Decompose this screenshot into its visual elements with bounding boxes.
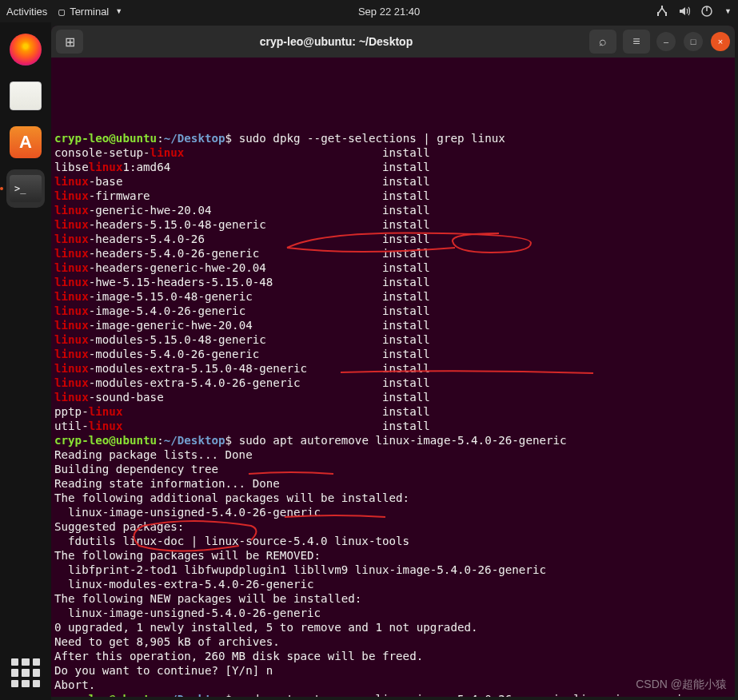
prompt-line: cryp-leo@ubuntu:~/Desktop$ sudo apt auto… [54,692,732,697]
menu-icon: ≡ [632,34,640,49]
app-menu-label: Terminal [70,6,109,18]
close-button[interactable]: × [711,32,730,51]
prompt-line: cryp-leo@ubuntu:~/Desktop$ sudo dpkg --g… [54,131,732,145]
maximize-button[interactable]: □ [684,32,703,51]
package-row: linux-headers-generic-hwe-20.04install [54,261,732,275]
package-row: linux-sound-baseinstall [54,390,732,404]
software-icon: A [10,126,42,158]
apt-output-line: Abort. [54,678,732,692]
apt-output-line: Do you want to continue? [Y/n] n [54,663,732,678]
terminal-window: ⊞ cryp-leo@ubuntu: ~/Desktop ⌕ ≡ – □ × c… [51,26,735,697]
package-row: util-linuxinstall [54,419,732,433]
prompt-line: cryp-leo@ubuntu:~/Desktop$ sudo apt auto… [54,433,732,447]
apt-output-line: fdutils linux-doc | linux-source-5.4.0 l… [54,534,732,548]
apt-output-line: Reading state information... Done [54,476,732,491]
apt-output-line: Need to get 8,905 kB of archives. [54,634,732,649]
package-row: console-setup-linuxinstall [54,145,732,160]
minimize-button[interactable]: – [656,32,676,51]
dock: A >_ [0,22,51,700]
apt-output-line: The following packages will be REMOVED: [54,548,732,563]
clock[interactable]: Sep 22 21:40 [122,6,656,18]
dock-firefox[interactable] [6,30,45,69]
apt-output-line: libfprint-2-tod1 libfwupdplugin1 libllvm… [54,563,732,577]
package-row: linux-modules-extra-5.15.0-48-genericins… [54,361,732,376]
package-row: linux-modules-5.15.0-48-genericinstall [54,332,732,347]
network-icon[interactable] [656,5,668,18]
hamburger-menu-button[interactable]: ≡ [623,30,650,54]
package-row: pptp-linuxinstall [54,404,732,419]
package-row: linux-headers-5.4.0-26install [54,232,732,246]
apt-output-line: After this operation, 260 MB disk space … [54,649,732,663]
package-row: linux-headers-5.4.0-26-genericinstall [54,246,732,261]
apt-output-line: Suggested packages: [54,519,732,534]
search-button[interactable]: ⌕ [589,30,616,54]
package-row: linux-image-generic-hwe-20.04install [54,318,732,332]
terminal-mini-icon: ▢ [58,6,65,18]
volume-icon[interactable] [678,5,691,18]
firefox-icon [10,34,42,66]
package-row: linux-hwe-5.15-headers-5.15.0-48install [54,275,732,289]
terminal-output[interactable]: cryp-leo@ubuntu:~/Desktop$ sudo dpkg --g… [51,58,735,697]
apt-output-line: The following NEW packages will be insta… [54,591,732,606]
dock-files[interactable] [6,77,45,115]
apt-output-line: linux-modules-extra-5.4.0-26-generic [54,577,732,591]
app-menu-button[interactable]: ▢ Terminal ▼ [58,6,122,18]
apt-output-line: linux-image-unsigned-5.4.0-26-generic [54,505,732,519]
watermark: CSDN @超能小猿 [636,678,727,692]
package-row: linux-image-5.4.0-26-genericinstall [54,304,732,318]
apt-output-line: The following additional packages will b… [54,491,732,505]
package-row: linux-firmwareinstall [54,189,732,203]
package-row: linux-headers-5.15.0-48-genericinstall [54,217,732,232]
new-tab-button[interactable]: ⊞ [56,30,83,54]
dock-terminal[interactable]: >_ [6,169,45,208]
terminal-icon: >_ [10,175,42,202]
apt-output-line: Building dependency tree [54,462,732,476]
titlebar: ⊞ cryp-leo@ubuntu: ~/Desktop ⌕ ≡ – □ × [51,26,735,58]
package-row: linux-baseinstall [54,174,732,189]
package-row: linux-modules-5.4.0-26-genericinstall [54,347,732,361]
activities-button[interactable]: Activities [6,6,47,18]
chevron-down-icon: ▼ [115,7,122,15]
folder-icon [10,82,42,110]
search-icon: ⌕ [599,34,607,49]
window-title: cryp-leo@ubuntu: ~/Desktop [90,35,583,48]
power-icon[interactable] [700,5,713,18]
apt-output-line: linux-image-unsigned-5.4.0-26-generic [54,606,732,620]
chevron-down-icon[interactable]: ▼ [724,7,732,15]
package-row: libselinux1:amd64install [54,160,732,174]
dock-software[interactable]: A [6,123,45,161]
package-row: linux-generic-hwe-20.04install [54,203,732,217]
show-applications-button[interactable] [11,658,40,687]
package-row: linux-image-5.15.0-48-genericinstall [54,289,732,304]
gnome-topbar: Activities ▢ Terminal ▼ Sep 22 21:40 ▼ [0,0,738,22]
apt-output-line: Reading package lists... Done [54,447,732,462]
apt-output-line: 0 upgraded, 1 newly installed, 5 to remo… [54,620,732,634]
package-row: linux-modules-extra-5.4.0-26-genericinst… [54,376,732,390]
